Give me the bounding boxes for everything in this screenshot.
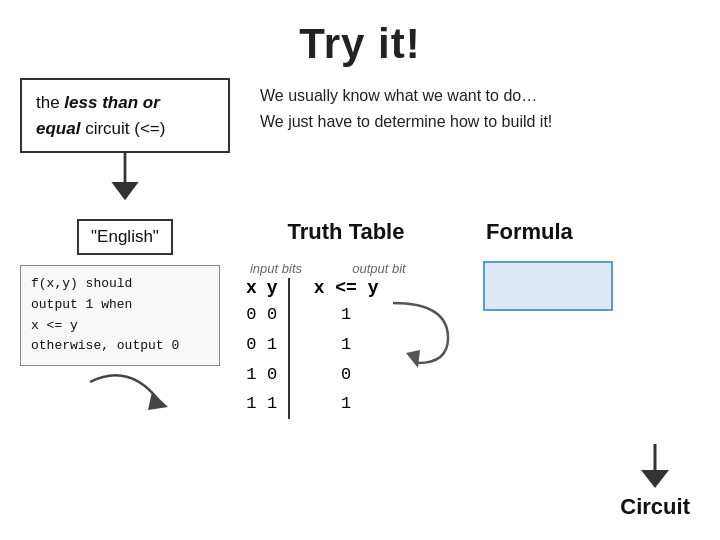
truth-table-title: Truth Table [246, 219, 446, 245]
formula-section [483, 261, 613, 311]
svg-marker-1 [111, 182, 138, 200]
formula-title: Formula [486, 219, 573, 245]
lte-output-header: x <= y [314, 278, 379, 298]
circuit-down-arrow-icon [637, 444, 673, 490]
svg-marker-5 [641, 470, 669, 488]
output-bit-header: output bit [334, 261, 424, 276]
code-line2: output 1 when [31, 297, 132, 312]
code-line1: f(x,y) should [31, 276, 132, 291]
svg-marker-2 [148, 392, 168, 410]
code-line4: otherwise, output 0 [31, 338, 179, 353]
english-code-box: f(x,y) should output 1 when x <= y other… [20, 265, 220, 366]
formula-box [483, 261, 613, 311]
curved-arrow-icon [80, 372, 180, 427]
lte-label-text: the less than orequal circuit (<=) [36, 93, 165, 138]
circuit-section: Circuit [620, 444, 690, 520]
lte-circuit-box: the less than orequal circuit (<=) [20, 78, 230, 153]
col-x-val-0: 0011 [246, 300, 256, 419]
desc-line1: We usually know what we want to do… [260, 87, 537, 104]
input-xy-cols: x 0011 y 0101 [246, 278, 278, 419]
code-line3: x <= y [31, 318, 78, 333]
down-arrow-icon [105, 153, 145, 203]
input-bits-header: input bits [246, 261, 306, 276]
circuit-label: Circuit [620, 494, 690, 520]
col-x-header: x [246, 278, 257, 298]
page-title: Try it! [20, 20, 700, 68]
output-lte-col: x <= y 1101 [314, 278, 379, 419]
col-y-vals: 0101 [267, 300, 277, 419]
col-y: y 0101 [267, 278, 278, 419]
desc-line2: We just have to determine how to build i… [260, 113, 552, 130]
output-curved-arrow-icon [388, 298, 453, 368]
svg-marker-3 [406, 350, 420, 368]
english-label: "English" [77, 219, 173, 255]
truth-table: input bits output bit x 0011 [246, 261, 453, 419]
lte-output-vals: 1101 [341, 300, 351, 419]
tt-divider [288, 278, 290, 419]
col-y-header: y [267, 278, 278, 298]
col-x: x 0011 [246, 278, 257, 419]
description-text: We usually know what we want to do… We j… [260, 78, 552, 134]
keyword-less-than-or: less than orequal [36, 93, 160, 138]
